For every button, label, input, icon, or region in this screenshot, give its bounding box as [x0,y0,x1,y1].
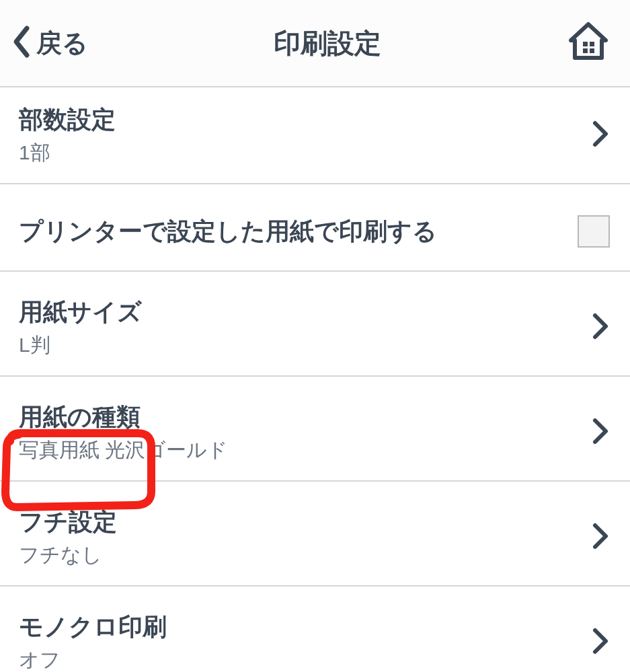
row-printer-paper[interactable]: プリンターで設定した用紙で印刷する [0,192,630,272]
row-copies-value: 1部 [19,139,116,167]
row-border-value: フチなし [19,542,117,569]
settings-list: 部数設定 1部 プリンターで設定した用紙で印刷する 用紙サイズ L判 [0,87,630,672]
back-button[interactable]: 戻る [8,23,88,63]
row-paper-size[interactable]: 用紙サイズ L判 [0,280,630,377]
header: 戻る 印刷設定 [0,0,630,87]
chevron-right-icon [591,626,610,659]
row-copies-title: 部数設定 [19,104,116,137]
chevron-left-icon [8,23,35,63]
svg-rect-1 [590,42,594,46]
home-button[interactable] [567,20,610,66]
row-border[interactable]: フチ設定 フチなし [0,490,630,587]
row-paper-type-title: 用紙の種類 [19,401,228,434]
back-label: 戻る [36,26,88,61]
chevron-right-icon [591,521,610,554]
row-monochrome-title: モノクロ印刷 [19,611,167,644]
chevron-right-icon [591,311,610,344]
row-border-title: フチ設定 [19,506,117,539]
svg-rect-2 [583,48,588,53]
page-title: 印刷設定 [274,25,381,62]
svg-rect-0 [583,42,588,46]
row-monochrome[interactable]: モノクロ印刷 オフ [0,595,630,672]
home-icon [567,20,610,63]
row-monochrome-value: オフ [19,646,167,672]
chevron-right-icon [591,416,610,449]
row-paper-type[interactable]: 用紙の種類 写真用紙 光沢ゴールド [0,385,630,482]
row-copies[interactable]: 部数設定 1部 [0,87,630,184]
row-paper-size-title: 用紙サイズ [19,296,142,329]
printer-paper-checkbox[interactable] [578,215,610,248]
svg-rect-3 [590,48,594,53]
row-printer-paper-title: プリンターで設定した用紙で印刷する [19,217,437,246]
chevron-right-icon [591,119,610,151]
row-paper-size-value: L判 [19,332,142,359]
row-paper-type-value: 写真用紙 光沢ゴールド [19,437,228,464]
